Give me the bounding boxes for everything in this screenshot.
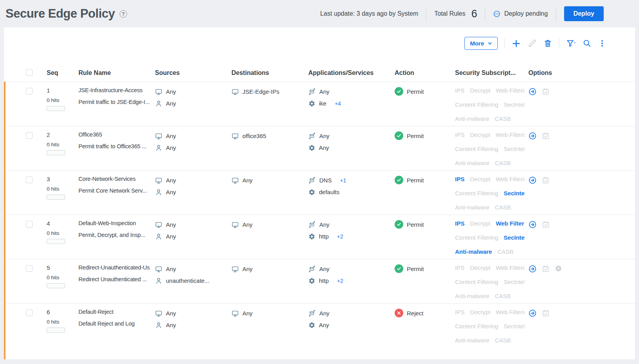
options-cell — [524, 176, 635, 215]
sources-cell: Any unauthenticate... — [151, 264, 228, 303]
page-title: Secure Edge Policy — [5, 7, 115, 21]
permit-icon — [396, 133, 402, 138]
seq-number: 2 — [47, 131, 75, 138]
redirect-icon[interactable] — [528, 309, 537, 317]
action-badge[interactable] — [395, 220, 403, 229]
service-value: Any — [319, 322, 329, 328]
source-user: Any — [166, 144, 176, 151]
subscription-line: IPSDecryptWeb Filtering — [455, 176, 524, 184]
address-icon — [231, 88, 239, 96]
destination-address: Any — [242, 177, 253, 184]
action-label: Permit — [407, 88, 424, 95]
reject-icon — [397, 311, 401, 315]
row-checkbox[interactable] — [26, 309, 33, 316]
subscriptions-cell: IPSDecryptWeb FilteringContent Filtering… — [451, 131, 524, 170]
edit-icon[interactable] — [528, 39, 537, 48]
rule-name[interactable]: Default-Reject — [78, 309, 150, 315]
subscription-casb: CASB — [497, 248, 513, 257]
redirect-icon[interactable] — [528, 132, 537, 140]
redirect-icon[interactable] — [528, 87, 537, 96]
address-icon — [155, 177, 162, 184]
subscription-line: Anti-malwareCASB — [455, 160, 524, 168]
subscription-anti-malware: Anti-malware — [455, 248, 492, 257]
hit-count-bar — [47, 195, 65, 200]
filter-icon[interactable] — [566, 39, 576, 48]
row-checkbox[interactable] — [26, 132, 33, 139]
address-icon — [155, 88, 162, 96]
advanced-settings-icon[interactable] — [555, 265, 562, 272]
search-icon[interactable] — [583, 39, 592, 48]
schedule-icon[interactable] — [542, 87, 550, 96]
subscription-ips: IPS — [455, 131, 464, 140]
deploy-pending-badge[interactable]: Deploy pending — [493, 10, 548, 18]
help-icon[interactable]: ? — [120, 10, 127, 18]
row-checkbox[interactable] — [26, 265, 33, 272]
row-checkbox[interactable] — [26, 177, 33, 183]
rule-name[interactable]: Redirect-Unauthenticated-Us — [78, 264, 150, 271]
hit-count-bar — [47, 150, 65, 155]
rule-name[interactable]: Core-Network-Services — [78, 176, 150, 182]
rule-name[interactable]: Default-Web-Inspection — [78, 220, 150, 226]
delete-icon[interactable] — [543, 39, 552, 48]
action-badge[interactable] — [395, 309, 403, 317]
rule-description: Permit, Decrypt, and Insp... — [78, 232, 150, 238]
service-more-link[interactable]: +4 — [335, 100, 341, 107]
subscription-web-filtering: Web Filtering — [496, 309, 524, 317]
kebab-menu-icon[interactable] — [598, 39, 606, 48]
select-all-checkbox[interactable] — [26, 69, 33, 76]
row-checkbox[interactable] — [26, 88, 33, 95]
schedule-icon[interactable] — [542, 132, 550, 140]
schedule-icon[interactable] — [542, 220, 550, 229]
service-more-link[interactable]: +2 — [337, 233, 343, 240]
source-address: Any — [166, 88, 176, 95]
action-badge[interactable] — [395, 131, 403, 140]
sources-cell: Any Any — [151, 309, 228, 348]
more-chevron-icon — [488, 41, 492, 46]
permit-icon — [396, 89, 402, 94]
application-icon — [308, 309, 316, 317]
subscription-line: Content FilteringSecIntel — [455, 278, 524, 287]
rule-name[interactable]: JSE-Infrastructure-Access — [78, 87, 150, 93]
subscriptions-cell: IPSDecryptWeb FilteringContent Filtering… — [451, 309, 524, 348]
destinations-cell: JSE-Edge-IPs — [228, 87, 304, 126]
subscription-line: Anti-malwareCASB — [455, 248, 524, 257]
action-cell: Permit — [391, 87, 451, 126]
subscription-line: Anti-malwareCASB — [455, 337, 524, 346]
subscription-decrypt: Decrypt — [470, 309, 490, 317]
subscription-line: Anti-malwareCASB — [455, 293, 524, 301]
destinations-cell: Any — [228, 176, 304, 215]
redirect-icon[interactable] — [528, 265, 537, 273]
source-address: Any — [166, 133, 176, 139]
deploy-button[interactable]: Deploy — [564, 6, 604, 21]
rule-description: Redirect Unauthenticated ... — [78, 276, 150, 282]
action-badge[interactable] — [395, 264, 403, 273]
user-icon — [155, 277, 162, 285]
destinations-cell: Any — [228, 309, 304, 348]
action-badge[interactable] — [395, 176, 403, 184]
subscription-secintel: SecIntel — [504, 234, 524, 243]
schedule-icon[interactable] — [542, 309, 550, 317]
add-icon[interactable] — [512, 39, 521, 48]
subscription-casb: CASB — [495, 160, 511, 168]
application-icon — [308, 177, 316, 184]
schedule-icon[interactable] — [542, 265, 550, 273]
hit-count: 0 hits — [47, 142, 75, 147]
application-value: Any — [319, 88, 330, 95]
rule-name[interactable]: Office365 — [78, 131, 150, 138]
more-button[interactable]: More — [464, 37, 498, 50]
source-user: Any — [166, 322, 176, 328]
service-more-link[interactable]: +2 — [337, 278, 343, 284]
permit-icon — [396, 177, 402, 183]
row-checkbox[interactable] — [26, 221, 33, 228]
address-icon — [231, 132, 239, 140]
action-badge[interactable] — [395, 87, 403, 96]
address-icon — [231, 265, 239, 273]
schedule-icon[interactable] — [542, 176, 550, 184]
redirect-icon[interactable] — [528, 176, 537, 184]
subscription-content-filtering: Content Filtering — [455, 190, 498, 198]
source-address: Any — [166, 266, 176, 272]
action-label: Permit — [407, 133, 424, 139]
redirect-icon[interactable] — [528, 220, 537, 229]
address-icon — [231, 221, 239, 229]
application-more-link[interactable]: +1 — [340, 177, 346, 184]
